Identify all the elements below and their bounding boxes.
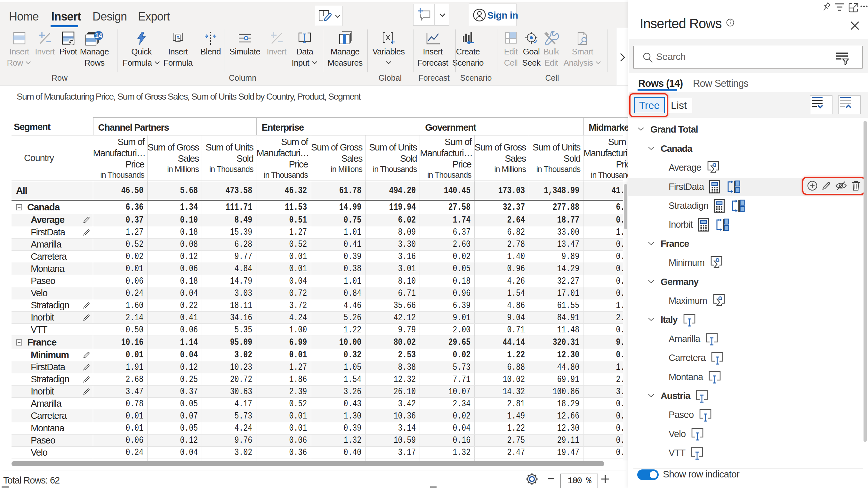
svg-text:14: 14 [95,32,102,39]
